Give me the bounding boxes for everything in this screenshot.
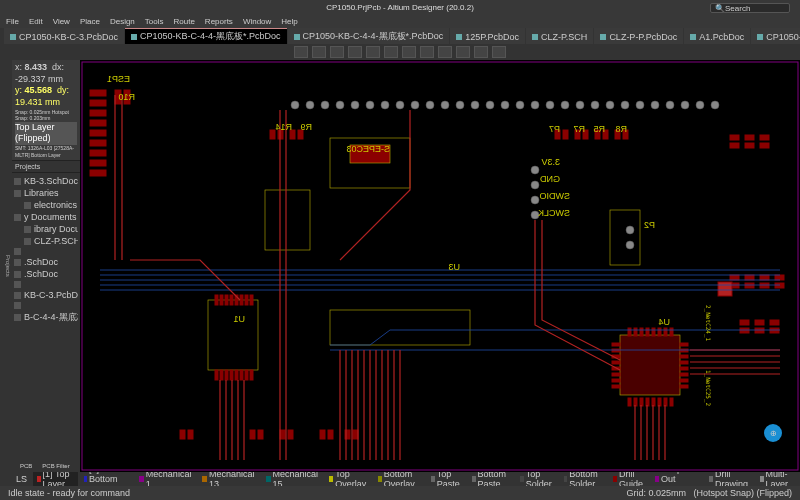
- menu-help[interactable]: Help: [281, 17, 297, 26]
- tree-item[interactable]: y Documents: [14, 211, 78, 223]
- menu-window[interactable]: Window: [243, 17, 271, 26]
- layer-tab[interactable]: LS: [4, 473, 31, 485]
- menu-view[interactable]: View: [53, 17, 70, 26]
- svg-point-14: [486, 101, 494, 109]
- svg-text:3.3V: 3.3V: [541, 157, 560, 167]
- tool-button[interactable]: [456, 46, 470, 58]
- layer-tab[interactable]: Bottom Solder: [560, 472, 608, 486]
- menu-tools[interactable]: Tools: [145, 17, 164, 26]
- layer-tab[interactable]: Drill Guide: [609, 472, 649, 486]
- origin-marker[interactable]: ⊕: [764, 424, 782, 442]
- svg-point-18: [546, 101, 554, 109]
- tree-item[interactable]: .SchDoc: [14, 256, 78, 268]
- svg-text:ESP1: ESP1: [107, 74, 130, 84]
- tool-button[interactable]: [438, 46, 452, 58]
- svg-text:U4: U4: [658, 317, 670, 327]
- svg-rect-130: [250, 295, 253, 305]
- svg-rect-45: [90, 170, 106, 176]
- layer-tab[interactable]: Top Solder: [516, 472, 558, 486]
- svg-rect-43: [90, 150, 106, 156]
- layer-tab[interactable]: Drill Drawing: [705, 472, 754, 486]
- svg-rect-128: [240, 295, 243, 305]
- svg-point-23: [621, 101, 629, 109]
- svg-text:P2: P2: [644, 220, 655, 230]
- svg-point-15: [501, 101, 509, 109]
- tool-button[interactable]: [492, 46, 506, 58]
- tree-item[interactable]: Libraries: [14, 187, 78, 199]
- tab-doc[interactable]: CP1050-KB-C-3.PcbDoc: [4, 28, 124, 44]
- menu-edit[interactable]: Edit: [29, 17, 43, 26]
- tab-doc[interactable]: CLZ-P-P.PcbDoc: [594, 28, 683, 44]
- tab-doc[interactable]: CP1050-KB-3.SchDoc: [751, 28, 800, 44]
- svg-rect-102: [612, 373, 620, 376]
- svg-rect-114: [188, 430, 193, 439]
- tab-doc[interactable]: CP1050-KB-C-4-4-黑底板*.PcbDoc: [288, 28, 450, 44]
- tool-button[interactable]: [348, 46, 362, 58]
- layer-tab[interactable]: Mechanical 1: [135, 472, 197, 486]
- tree-item[interactable]: [14, 301, 78, 310]
- left-tab-filter[interactable]: PCB Filter: [38, 462, 73, 470]
- tool-button[interactable]: [384, 46, 398, 58]
- tree-item[interactable]: KB-3.SchDoc: [14, 175, 78, 187]
- svg-text:R5: R5: [593, 124, 605, 134]
- layer-tab[interactable]: Mechanical 13: [198, 472, 260, 486]
- layer-tab[interactable]: Bottom Paste: [468, 472, 514, 486]
- menu-reports[interactable]: Reports: [205, 17, 233, 26]
- tab-doc[interactable]: CLZ-P.SCH: [526, 28, 593, 44]
- menu-route[interactable]: Route: [174, 17, 195, 26]
- tree-item[interactable]: ibrary Documents: [14, 223, 78, 235]
- svg-point-22: [606, 101, 614, 109]
- left-tab-pcb[interactable]: PCB: [16, 462, 36, 470]
- svg-rect-72: [775, 275, 784, 280]
- tab-doc-active[interactable]: CP1050-KB-C-4-4-黑底板*.PcbDoc: [125, 28, 287, 44]
- layer-tab[interactable]: [2] Bottom Layer: [80, 472, 133, 486]
- menu-place[interactable]: Place: [80, 17, 100, 26]
- layer-tab[interactable]: Top Paste: [427, 472, 466, 486]
- tab-doc[interactable]: A1.PcbDoc: [684, 28, 750, 44]
- svg-rect-125: [225, 295, 228, 305]
- pcb-canvas[interactable]: ESP1 R10 R9 R14 S-EPEC03 U3 3.3V GND SWD…: [80, 60, 800, 472]
- tree-item[interactable]: KB-C-3.PcbDoc: [14, 289, 78, 301]
- tab-doc[interactable]: 125P.PcbDoc: [450, 28, 525, 44]
- svg-rect-89: [628, 398, 631, 406]
- tree-item[interactable]: electronics STM32 F1: [14, 199, 78, 211]
- tool-button[interactable]: [366, 46, 380, 58]
- svg-rect-110: [680, 373, 688, 376]
- svg-rect-83: [640, 328, 643, 336]
- layer-tab[interactable]: Keep-Out Layer: [651, 472, 703, 486]
- svg-point-21: [591, 101, 599, 109]
- svg-point-13: [471, 101, 479, 109]
- tool-button[interactable]: [420, 46, 434, 58]
- layer-tab[interactable]: Mechanical 15: [262, 472, 324, 486]
- tree-item[interactable]: CLZ-P.SCHLIB: [14, 235, 78, 247]
- tree-item[interactable]: B-C-4-4-黑底板*.Pcb: [14, 310, 78, 325]
- layer-tab[interactable]: Top Overlay: [325, 472, 372, 486]
- svg-text:U1: U1: [233, 314, 245, 324]
- tool-button[interactable]: [294, 46, 308, 58]
- menu-file[interactable]: File: [6, 17, 19, 26]
- tool-button[interactable]: [330, 46, 344, 58]
- tree-item[interactable]: .SchDoc: [14, 268, 78, 280]
- svg-rect-93: [652, 398, 655, 406]
- tool-button[interactable]: [402, 46, 416, 58]
- layer-tab-top[interactable]: [1] Top Layer: [33, 472, 77, 486]
- svg-rect-88: [670, 328, 673, 336]
- menu-design[interactable]: Design: [110, 17, 135, 26]
- tool-button[interactable]: [312, 46, 326, 58]
- vtab-projects[interactable]: Projects: [0, 251, 12, 281]
- svg-rect-33: [208, 300, 258, 370]
- search-input[interactable]: 🔍 Search: [710, 3, 790, 13]
- tool-button[interactable]: [474, 46, 488, 58]
- svg-rect-39: [90, 110, 106, 116]
- svg-rect-138: [250, 370, 253, 380]
- svg-rect-40: [90, 120, 106, 126]
- svg-rect-60: [730, 135, 739, 140]
- layer-tab[interactable]: Bottom Overlay: [374, 472, 425, 486]
- layer-tab[interactable]: Multi-Layer: [756, 472, 796, 486]
- svg-rect-36: [610, 210, 640, 265]
- svg-text:R9: R9: [300, 122, 312, 132]
- svg-text:GND: GND: [540, 174, 561, 184]
- tree-item[interactable]: [14, 280, 78, 289]
- svg-rect-134: [230, 370, 233, 380]
- tree-item[interactable]: [14, 247, 78, 256]
